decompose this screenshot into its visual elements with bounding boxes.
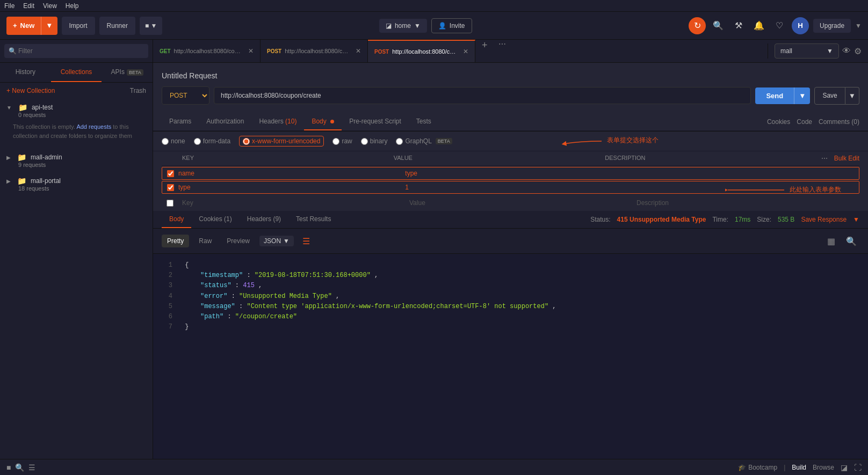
format-preview-button[interactable]: Preview xyxy=(221,235,255,247)
sidebar-icon[interactable]: ☰ xyxy=(28,463,35,472)
row-0-key[interactable] xyxy=(178,170,405,177)
copy-response-button[interactable]: ▦ xyxy=(823,233,839,249)
trash-button[interactable]: Trash xyxy=(130,87,146,94)
settings-icon-btn[interactable]: ⚒ xyxy=(730,18,747,34)
search-status-icon[interactable]: 🔍 xyxy=(15,463,24,472)
option-form-data[interactable]: form-data xyxy=(194,137,230,145)
row-1-value[interactable] xyxy=(405,184,632,191)
invite-button[interactable]: 👤 Invite xyxy=(431,18,472,33)
row-0-value[interactable] xyxy=(405,170,632,177)
tab-history[interactable]: History xyxy=(0,63,51,82)
bootcamp-icon: 🎓 xyxy=(738,464,746,471)
tab-collections[interactable]: Collections xyxy=(51,63,102,82)
collection-api-test[interactable]: ▼ 📁 api-test 0 requests This collection … xyxy=(0,99,153,149)
tab-apis[interactable]: APIsBETA xyxy=(102,63,153,82)
fullscreen-icon[interactable]: ⛶ xyxy=(854,463,862,472)
bulk-edit-button[interactable]: Bulk Edit xyxy=(834,155,859,162)
save-response-button[interactable]: Save Response xyxy=(801,216,847,223)
tab-menu-button[interactable]: ⋯ xyxy=(494,40,510,62)
more-actions-icon[interactable]: ⋯ xyxy=(821,155,828,162)
build-link[interactable]: Build xyxy=(792,464,806,471)
comments-link[interactable]: Comments (0) xyxy=(819,118,859,126)
empty-row-value[interactable]: Value xyxy=(405,197,632,209)
option-x-www-form-urlencoded[interactable]: x-www-form-urlencoded xyxy=(239,136,324,147)
cookies-link[interactable]: Cookies xyxy=(767,118,790,126)
row-0-checkbox[interactable] xyxy=(162,170,178,177)
response-tab-cookies[interactable]: Cookies (1) xyxy=(191,211,239,228)
save-response-dropdown[interactable]: ▼ xyxy=(853,216,859,223)
body-options-row: none form-data x-www-form-urlencoded raw… xyxy=(153,131,868,151)
params-tab-headers[interactable]: Headers (10) xyxy=(251,113,304,130)
request-tab-2[interactable]: POST http://localhost:8080/coupon/... ✕ xyxy=(368,40,475,62)
params-tab-body[interactable]: Body xyxy=(304,113,342,130)
request-tab-0[interactable]: GET http://localhost:8080/coupon/li... ✕ xyxy=(153,40,261,62)
send-button-group: Send ▼ xyxy=(755,87,810,104)
environment-selector[interactable]: mall ▼ xyxy=(775,43,839,59)
menu-file[interactable]: File xyxy=(4,2,15,10)
import-button[interactable]: Import xyxy=(62,17,95,35)
request-tab-1[interactable]: POST http://localhost:8080/coupon/... ✕ xyxy=(261,40,368,62)
format-raw-button[interactable]: Raw xyxy=(193,235,217,247)
option-binary[interactable]: binary xyxy=(361,137,388,145)
new-dropdown-arrow[interactable]: ▼ xyxy=(41,17,57,35)
workspace-selector[interactable]: ◪ home ▼ xyxy=(379,19,427,33)
avatar-button[interactable]: H xyxy=(792,17,809,34)
runner-button[interactable]: Runner xyxy=(99,17,135,35)
bootcamp-link[interactable]: 🎓 Bootcamp xyxy=(738,464,777,471)
params-tab-prerequest[interactable]: Pre-request Script xyxy=(342,113,409,130)
response-tab-headers[interactable]: Headers (9) xyxy=(240,211,288,228)
settings-env-icon[interactable]: ⚙ xyxy=(854,46,862,56)
option-none[interactable]: none xyxy=(162,137,185,145)
row-1-checkbox[interactable] xyxy=(162,184,178,191)
menu-help[interactable]: Help xyxy=(66,2,79,10)
empty-row-check[interactable] xyxy=(162,200,178,207)
search-response-button[interactable]: 🔍 xyxy=(843,233,859,249)
empty-row-desc[interactable]: Description xyxy=(632,197,859,209)
response-tab-body[interactable]: Body xyxy=(162,211,191,228)
eye-icon[interactable]: 👁 xyxy=(842,46,851,56)
option-raw[interactable]: raw xyxy=(332,137,352,145)
format-pretty-button[interactable]: Pretty xyxy=(162,235,189,247)
notification-icon-btn[interactable]: 🔔 xyxy=(751,18,767,34)
row-0-desc[interactable] xyxy=(632,170,859,177)
extra-button[interactable]: ■ ▼ xyxy=(140,17,162,35)
grid-icon[interactable]: ◪ xyxy=(841,463,848,472)
save-button[interactable]: Save xyxy=(814,87,845,105)
statusbar: ■ 🔍 ☰ 🎓 Bootcamp | Build Browse ◪ ⛶ xyxy=(0,459,868,475)
send-dropdown-button[interactable]: ▼ xyxy=(794,87,810,104)
new-collection-button[interactable]: + New Collection xyxy=(6,87,55,94)
heart-icon-btn[interactable]: ♡ xyxy=(771,18,787,34)
send-button[interactable]: Send xyxy=(755,87,794,104)
sync-button[interactable]: ↻ xyxy=(689,17,706,34)
format-icon-button[interactable]: ☰ xyxy=(298,236,314,246)
upgrade-button[interactable]: Upgrade xyxy=(813,19,851,33)
row-1-key[interactable] xyxy=(178,184,405,191)
code-link[interactable]: Code xyxy=(797,118,812,126)
layout-icon[interactable]: ■ xyxy=(6,463,11,472)
params-tab-params[interactable]: Params xyxy=(162,113,199,130)
add-requests-link[interactable]: Add requests xyxy=(76,123,111,130)
add-tab-button[interactable]: + xyxy=(475,40,494,62)
empty-row-key[interactable]: Key xyxy=(178,197,405,209)
upgrade-dropdown[interactable]: ▼ xyxy=(855,22,862,30)
tab-close-1[interactable]: ✕ xyxy=(356,47,361,55)
url-input[interactable] xyxy=(214,87,751,104)
menu-view[interactable]: View xyxy=(43,2,57,10)
collection-mall-portal[interactable]: ▶ 📁 mall-portal 18 requests xyxy=(0,172,153,196)
save-dropdown-button[interactable]: ▼ xyxy=(845,87,859,105)
new-button[interactable]: + New ▼ xyxy=(6,17,57,35)
search-icon-btn[interactable]: 🔍 xyxy=(710,18,726,34)
response-tab-tests[interactable]: Test Results xyxy=(288,211,338,228)
collection-request-count: 0 requests xyxy=(6,112,146,118)
tab-close-0[interactable]: ✕ xyxy=(248,47,254,55)
params-tab-auth[interactable]: Authorization xyxy=(199,113,251,130)
collection-mall-admin[interactable]: ▶ 📁 mall-admin 9 requests xyxy=(0,149,153,172)
menu-edit[interactable]: Edit xyxy=(23,2,34,10)
option-graphql[interactable]: GraphQL BETA xyxy=(396,137,452,145)
filter-input[interactable] xyxy=(4,44,148,58)
params-tab-tests[interactable]: Tests xyxy=(409,113,439,130)
tab-close-2[interactable]: ✕ xyxy=(463,48,468,55)
browse-link[interactable]: Browse xyxy=(813,464,834,471)
method-select[interactable]: POST GET PUT DELETE xyxy=(162,86,209,105)
json-format-selector[interactable]: JSON ▼ xyxy=(259,236,294,246)
